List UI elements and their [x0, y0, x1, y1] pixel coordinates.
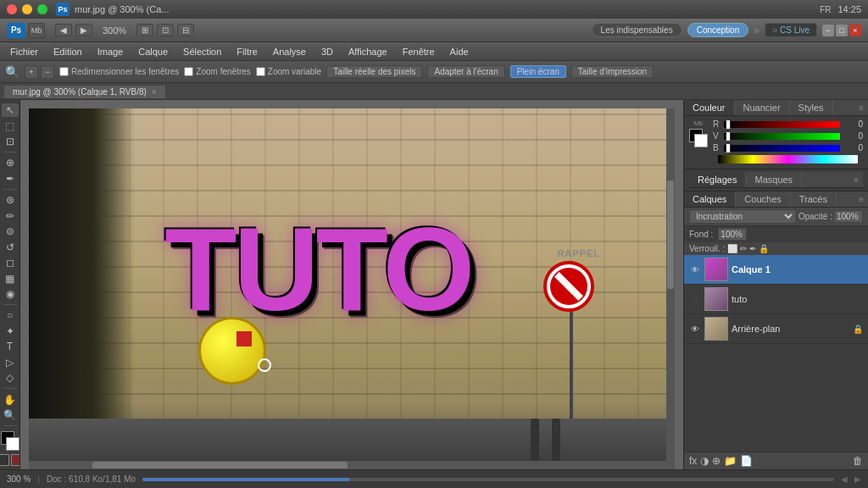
menu-affichage[interactable]: Affichage	[342, 45, 394, 58]
add-adjustment-btn[interactable]: ⊕	[712, 455, 721, 467]
menu-calque[interactable]: Calque	[131, 45, 175, 58]
menu-filtre[interactable]: Filtre	[230, 45, 264, 58]
text-tool[interactable]: T	[2, 340, 19, 353]
zoom-out-btn[interactable]: −	[41, 65, 54, 79]
add-group-btn[interactable]: 📁	[724, 455, 737, 467]
arrow-btn2[interactable]: ▶	[75, 24, 92, 36]
g-slider-thumb[interactable]	[726, 131, 731, 141]
lock-move-icon[interactable]: ✒	[749, 244, 756, 253]
eye-tuto[interactable]: ○	[689, 293, 701, 305]
bg-preview[interactable]	[694, 134, 708, 147]
tab-couches[interactable]: Couches	[736, 191, 790, 207]
heal-tool[interactable]: ⊛	[2, 193, 19, 207]
hand-tool[interactable]: ✋	[2, 392, 19, 406]
lock-pixel-icon[interactable]: ⬜	[727, 244, 737, 253]
zoom-fenetres-checkbox[interactable]: Zoom fenêtres	[184, 67, 250, 76]
view-btn1[interactable]: ⊞	[136, 24, 153, 36]
doc-tab-close[interactable]: ×	[152, 87, 157, 97]
background-color[interactable]	[6, 437, 19, 451]
opacity-input[interactable]	[834, 210, 863, 223]
horizontal-scrollbar[interactable]	[29, 461, 666, 469]
adj-panel-close[interactable]: ≡	[849, 174, 863, 186]
maximize-btn[interactable]	[37, 4, 47, 14]
adapter-btn[interactable]: Adapter à l'écran	[427, 65, 504, 78]
taille-impression-btn[interactable]: Taille d'impression	[571, 65, 654, 78]
minimize-btn[interactable]	[22, 4, 32, 14]
layer-item-arriere-plan[interactable]: 👁 Arrière-plan 🔒	[684, 314, 868, 344]
r-slider-track[interactable]	[724, 121, 840, 128]
vertical-scrollbar[interactable]	[666, 108, 675, 469]
doc-tab-item[interactable]: mur.jpg @ 300% (Calque 1, RVB/8) ×	[3, 85, 166, 98]
cs-live-btn[interactable]: ○ CS Live	[765, 23, 817, 37]
more-workspaces-btn[interactable]: »	[754, 25, 760, 36]
zoom-variable-check[interactable]	[256, 67, 265, 76]
color-panel-close[interactable]: ≡	[854, 102, 868, 114]
conception-btn[interactable]: Conception	[687, 23, 749, 37]
crop-tool[interactable]: ⊕	[2, 156, 19, 169]
menu-selection[interactable]: Sélection	[176, 45, 228, 58]
gradient-tool[interactable]: ▦	[2, 271, 19, 285]
shape-tool[interactable]: ◇	[2, 371, 19, 385]
menu-fichier[interactable]: Fichier	[3, 45, 45, 58]
nav-left-btn[interactable]: ◀	[841, 474, 848, 484]
view-btn3[interactable]: ⊟	[177, 24, 194, 36]
close-btn[interactable]	[7, 4, 17, 14]
menu-image[interactable]: Image	[91, 45, 131, 58]
menu-edition[interactable]: Edition	[47, 45, 89, 58]
eye-calque1[interactable]: 👁	[689, 263, 701, 275]
add-mask-btn[interactable]: ◑	[700, 455, 709, 467]
brush-tool[interactable]: ✏	[2, 208, 19, 222]
redimensionner-checkbox[interactable]: Redimensionner les fenêtres	[59, 67, 179, 76]
plein-ecran-btn[interactable]: Plein écran	[510, 65, 566, 78]
add-style-btn[interactable]: fx	[689, 455, 697, 467]
win-restore[interactable]: □	[836, 25, 848, 36]
layer-item-tuto[interactable]: ○ tuto	[684, 285, 868, 314]
eraser-tool[interactable]: ◻	[2, 256, 19, 269]
menu-3d[interactable]: 3D	[314, 45, 340, 58]
menu-aide[interactable]: Aide	[443, 45, 476, 58]
normal-mode[interactable]	[0, 454, 9, 466]
dodge-tool[interactable]: ○	[2, 308, 19, 322]
zoom-in-btn[interactable]: +	[25, 65, 38, 79]
tab-traces[interactable]: Tracés	[791, 191, 837, 207]
taille-reelle-btn[interactable]: Taille réelle des pixels	[326, 65, 422, 78]
quick-mask[interactable]	[11, 454, 21, 466]
tab-couleur[interactable]: Couleur	[684, 100, 735, 115]
redimensionner-check[interactable]	[59, 67, 69, 76]
zoom-fenetres-check[interactable]	[184, 67, 193, 76]
stamp-tool[interactable]: ⊜	[2, 225, 19, 238]
blur-tool[interactable]: ◉	[2, 287, 19, 301]
h-scroll-thumb[interactable]	[92, 462, 348, 469]
path-tool[interactable]: ▷	[2, 356, 19, 369]
g-slider-track[interactable]	[724, 133, 840, 140]
tab-reglages[interactable]: Réglages	[689, 172, 746, 187]
arrow-btn[interactable]: ◀	[55, 24, 72, 36]
eyedrop-tool[interactable]: ✒	[2, 172, 19, 186]
zoom-tool[interactable]: 🔍	[2, 408, 19, 422]
layers-panel-close[interactable]: ≡	[854, 193, 868, 206]
tab-styles[interactable]: Styles	[790, 100, 833, 115]
canvas-area[interactable]: TUTO RAPPEL	[20, 100, 683, 469]
layer-item-calque1[interactable]: 👁 Calque 1	[684, 255, 868, 285]
select-tool[interactable]: ⊡	[2, 135, 19, 148]
b-slider-track[interactable]	[724, 145, 840, 152]
tab-nuancier[interactable]: Nuancier	[735, 100, 790, 115]
v-scroll-thumb[interactable]	[667, 180, 674, 289]
menu-fenetre[interactable]: Fenêtre	[396, 45, 442, 58]
pen-tool[interactable]: ✦	[2, 324, 19, 338]
add-layer-btn[interactable]: 📄	[740, 455, 753, 467]
zoom-tool-icon[interactable]: 🔍	[5, 65, 19, 79]
fill-input[interactable]	[718, 228, 747, 241]
lock-all-icon[interactable]: 🔒	[759, 244, 769, 253]
r-slider-thumb[interactable]	[726, 119, 731, 130]
zoom-variable-checkbox[interactable]: Zoom variable	[256, 67, 321, 76]
view-btn2[interactable]: ⊡	[157, 24, 174, 36]
tab-calques[interactable]: Calques	[684, 191, 736, 207]
tab-masques[interactable]: Masques	[746, 172, 802, 187]
delete-layer-btn[interactable]: 🗑	[853, 455, 863, 467]
menu-analyse[interactable]: Analyse	[266, 45, 313, 58]
move-tool[interactable]: ↖	[2, 103, 19, 117]
lock-pos-icon[interactable]: ✏	[740, 244, 747, 253]
indispensables-btn[interactable]: Les indispensables	[592, 23, 682, 37]
canvas-image[interactable]: TUTO RAPPEL	[29, 108, 675, 469]
